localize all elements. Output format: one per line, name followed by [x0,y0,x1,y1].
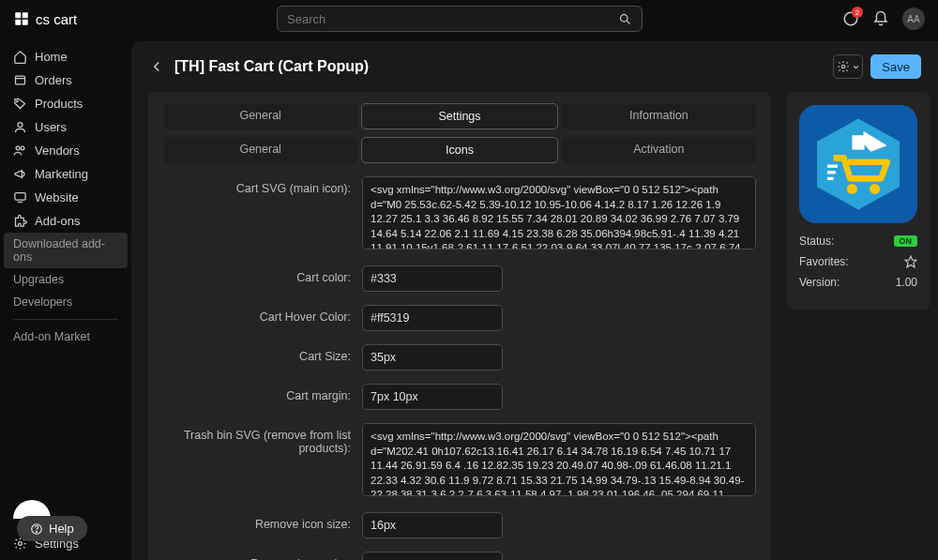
sidebar-item-users[interactable]: Users [0,115,131,139]
help-button[interactable]: Help [17,516,87,541]
tab-general[interactable]: General [163,103,357,129]
sidebar-item-marketing[interactable]: Marketing [0,162,131,186]
sidebar-sub-downloaded[interactable]: Downloaded add-ons [4,233,128,268]
gear-icon [837,60,850,73]
svg-point-26 [37,531,38,532]
favorites-label: Favorites: [799,255,849,268]
sidebar-item-label: Website [35,190,79,204]
status-label: Status: [799,235,834,248]
input-trash-svg[interactable] [362,423,756,496]
tab-settings[interactable]: Settings [361,103,557,129]
tab-general-2[interactable]: General [163,137,357,163]
sidebar-item-home[interactable]: Home [0,45,131,68]
input-cart-size[interactable] [362,344,503,371]
label-trash-svg: Trash bin SVG (remove from list products… [163,423,351,455]
back-arrow-icon[interactable] [148,58,165,75]
svg-line-5 [627,21,629,23]
version-label: Version: [799,276,840,289]
svg-rect-13 [15,193,25,201]
svg-rect-1 [23,12,28,18]
search-wrap [92,6,827,32]
sidebar-sub-upgrades[interactable]: Upgrades [0,268,131,291]
vendors-icon [13,144,27,158]
sidebar-item-label: Users [35,120,67,134]
sidebar-item-orders[interactable]: Orders [0,68,131,92]
brand-text: cs cart [36,11,77,27]
tab-icons[interactable]: Icons [361,137,557,163]
save-button[interactable]: Save [870,54,921,79]
svg-point-12 [21,146,24,150]
input-remove-size[interactable] [362,512,503,538]
sidebar-separator [13,319,118,320]
side-panel: Status: ON Favorites: Version: 1.00 [786,92,930,310]
label-cart-size: Cart Size: [163,344,351,363]
logo-icon [13,10,30,27]
megaphone-icon [13,167,27,181]
search-input[interactable] [287,12,618,26]
home-icon [13,50,27,64]
monitor-icon [13,190,27,204]
sidebar-item-label: Vendors [35,144,80,158]
tag-icon [13,97,27,111]
bell-icon[interactable] [872,10,889,27]
brand-logo[interactable]: cs cart [13,10,77,27]
svg-rect-7 [16,76,25,84]
svg-point-4 [621,14,628,22]
sidebar-item-label: Products [35,97,83,111]
sidebar-item-website[interactable]: Website [0,186,131,209]
form-panel: General Settings Information General Ico… [148,92,771,560]
input-cart-svg[interactable] [362,176,756,250]
input-cart-margin[interactable] [362,384,503,410]
addon-logo [799,105,917,223]
svg-point-16 [841,65,845,68]
topbar: cs cart 2 AA [0,0,938,38]
svg-marker-24 [905,256,916,267]
svg-point-11 [16,146,20,150]
tab-activation[interactable]: Activation [562,137,756,163]
sidebar-item-label: Marketing [35,167,88,181]
tab-information[interactable]: Information [562,103,756,129]
sidebar-item-label: Downloaded add-ons [13,237,114,264]
label-cart-margin: Cart margin: [163,384,351,402]
tabs-secondary: General Icons Activation [163,137,756,163]
sidebar-sub-developers[interactable]: Developers [0,291,131,313]
sidebar-item-products[interactable]: Products [0,92,131,115]
sidebar-item-label: Add-ons [35,214,80,228]
sidebar-item-label: Orders [35,73,72,87]
search-icon [618,12,632,26]
sidebar-item-vendors[interactable]: Vendors [0,139,131,162]
input-remove-color[interactable] [362,552,503,560]
notification-badge: 2 [852,7,863,18]
notifications-icon[interactable]: 2 [842,10,859,27]
topbar-right: 2 AA [842,8,925,30]
star-icon[interactable] [904,255,917,268]
cart-logo-icon [807,113,910,216]
main-content: [TH] Fast Cart (Cart Popup) Save General… [131,41,938,560]
svg-rect-3 [23,20,28,25]
avatar[interactable]: AA [902,8,925,30]
puzzle-icon [13,214,27,228]
user-icon [13,120,27,134]
sidebar: Home Orders Products Users Vendors Marke… [0,38,131,560]
svg-point-15 [19,542,23,546]
help-icon [30,522,43,536]
chevron-down-icon [852,63,860,71]
svg-rect-0 [15,12,21,18]
tabs-primary: General Settings Information [163,103,756,129]
status-badge[interactable]: ON [894,235,918,247]
sidebar-item-label: Home [35,50,68,64]
svg-rect-18 [852,135,864,149]
sidebar-item-label: Developers [13,295,72,309]
sidebar-item-label: Upgrades [13,273,64,286]
input-cart-hover[interactable] [362,305,503,331]
svg-rect-2 [15,20,21,25]
search-box[interactable] [277,6,643,32]
page-title: [TH] Fast Cart (Cart Popup) [174,58,369,75]
sidebar-sub-market[interactable]: Add-on Market [0,325,131,348]
svg-point-19 [847,184,857,194]
sidebar-item-addons[interactable]: Add-ons [0,209,131,233]
sidebar-item-label: Add-on Market [13,330,90,343]
page-gear-button[interactable] [833,54,863,79]
input-cart-color[interactable] [362,265,503,292]
label-cart-hover: Cart Hover Color: [163,305,351,324]
